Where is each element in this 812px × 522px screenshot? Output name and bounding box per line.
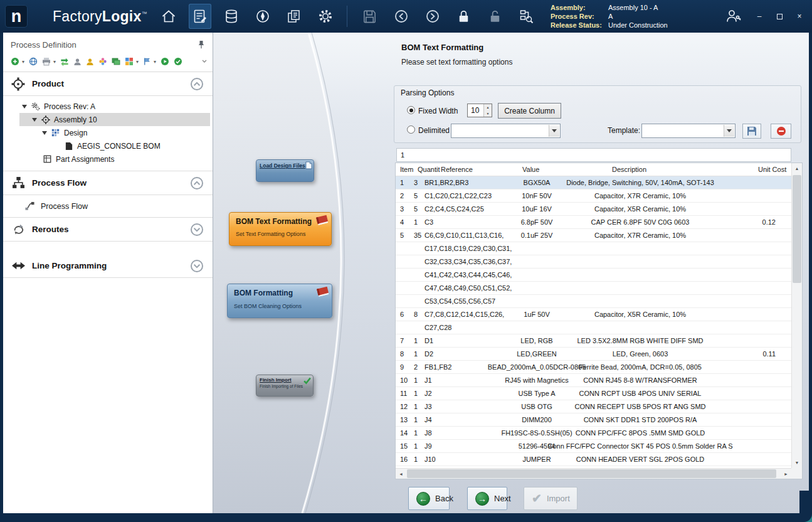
table-row[interactable]: C53,C54,C55,C56,C57 bbox=[396, 295, 791, 308]
col-header-unit-cost[interactable]: Unit Cost bbox=[758, 166, 786, 173]
table-row[interactable]: C47,C48,C49,C50,C51,C52, bbox=[396, 282, 791, 295]
tree-item-design[interactable]: Design bbox=[3, 126, 213, 139]
print-caret-icon[interactable]: ▾ bbox=[53, 59, 56, 65]
step-bom-text-formatting[interactable]: BOM Text Formatting Set Text Formatting … bbox=[229, 212, 332, 246]
tree-item-part-assignments[interactable]: Part Assignments bbox=[3, 152, 213, 166]
fixed-width-radio[interactable] bbox=[407, 106, 415, 114]
horizontal-scroll-thumb[interactable] bbox=[407, 469, 776, 478]
delimiter-select[interactable] bbox=[451, 124, 561, 138]
sync-icon[interactable] bbox=[60, 56, 69, 67]
toolbar-overflow-icon[interactable] bbox=[201, 56, 208, 67]
table-row[interactable]: C17,C18,C19,C29,C30,C31, bbox=[396, 242, 791, 255]
scroll-down-icon[interactable]: ▼ bbox=[792, 457, 802, 468]
save-template-button[interactable] bbox=[742, 124, 761, 139]
back-nav-icon[interactable] bbox=[390, 4, 413, 29]
table-row[interactable]: C32,C33,C34,C35,C36,C37, bbox=[396, 255, 791, 269]
dropdown-arrow-icon[interactable] bbox=[549, 125, 559, 137]
table-row[interactable]: 14 1 J8 FH19SC-8S-0.5SH(05) CONN FPC/FFC… bbox=[396, 427, 791, 440]
materials-icon[interactable] bbox=[220, 4, 243, 29]
reports-icon[interactable] bbox=[283, 4, 305, 29]
table-row[interactable]: 3 5 C2,C4,C5,C24,C25 10uF 16V Capacitor,… bbox=[396, 203, 791, 216]
globe-icon[interactable] bbox=[29, 56, 38, 67]
navigate-icon[interactable] bbox=[251, 4, 274, 29]
logout-user-icon[interactable] bbox=[722, 4, 744, 29]
table-row[interactable]: 7 1 D1 LED, RGB LED 3.5X2.8MM RGB WHITE … bbox=[396, 334, 791, 348]
table-row[interactable]: 13 1 J4 DIMM200 CONN SKT DDR1 STD 200POS… bbox=[396, 413, 791, 427]
expand-down-icon[interactable] bbox=[190, 259, 204, 273]
col-header-item[interactable]: Item bbox=[400, 166, 413, 173]
table-row[interactable]: 4 1 C3 6.8pF 50V CAP CER 6.8PF 50V C0G 0… bbox=[396, 216, 791, 229]
flower-icon[interactable] bbox=[98, 56, 107, 67]
ok-circle-icon[interactable] bbox=[174, 56, 182, 67]
fixed-width-stepper[interactable]: 10 ▲ ▼ bbox=[467, 104, 492, 117]
table-row[interactable]: 11 1 J2 USB Type A CONN RCPT USB 4POS UN… bbox=[396, 387, 791, 400]
section-line-programming[interactable]: Line Programming bbox=[3, 254, 213, 278]
layers-caret-icon[interactable]: ▾ bbox=[136, 59, 139, 65]
table-row[interactable]: 8 1 D2 LED,GREEN LED, Green, 0603 0.11 bbox=[396, 348, 791, 361]
col-header-description[interactable]: Description bbox=[612, 166, 646, 173]
layers-color-icon[interactable] bbox=[125, 56, 134, 67]
expander-icon[interactable] bbox=[32, 118, 37, 122]
template-select[interactable] bbox=[641, 124, 736, 138]
table-row[interactable]: 5 35 C6,C9,C10,C11,C13,C16, 0.1uF 25V Ca… bbox=[396, 229, 791, 242]
flag-icon[interactable] bbox=[143, 56, 151, 67]
table-row[interactable]: 1 3 BR1,BR2,BR3 BGX50A Diode, Bridge, Sw… bbox=[396, 176, 791, 189]
table-row[interactable]: 9 2 FB1,FB2 BEAD_2000mA_0.05DCR-0805 Fer… bbox=[396, 361, 791, 374]
expander-icon[interactable] bbox=[22, 105, 27, 109]
scroll-up-icon[interactable]: ▲ bbox=[792, 163, 802, 174]
process-audit-icon[interactable] bbox=[515, 4, 538, 29]
expander-icon[interactable] bbox=[42, 131, 47, 135]
table-row[interactable]: 6 8 C7,C8,C12,C14,C15,C26, 1uF 50V Capac… bbox=[396, 308, 791, 321]
play-icon[interactable] bbox=[161, 56, 169, 67]
column-ruler[interactable]: 1 bbox=[396, 148, 791, 162]
step-load-design-files[interactable]: Load Design Files bbox=[256, 159, 314, 182]
print-icon[interactable] bbox=[42, 56, 51, 67]
section-reroutes[interactable]: Reroutes bbox=[3, 218, 213, 242]
pin-icon[interactable] bbox=[198, 40, 205, 49]
col-header-quantity[interactable]: Quantit bbox=[418, 166, 440, 173]
table-row[interactable]: 15 1 J9 51296-4594 Conn FFC/FPC Connecto… bbox=[396, 440, 791, 453]
expand-down-icon[interactable] bbox=[190, 223, 204, 237]
scroll-right-icon[interactable]: ► bbox=[781, 469, 791, 479]
tree-item-assembly[interactable]: Assembly 10 bbox=[3, 113, 213, 126]
delimited-radio[interactable] bbox=[407, 125, 415, 134]
unlock-icon[interactable] bbox=[484, 4, 507, 29]
user-yellow-icon[interactable] bbox=[86, 56, 94, 67]
section-product[interactable]: Product bbox=[3, 72, 213, 96]
table-row[interactable]: 2 5 C1,C20,C21,C22,C23 10nF 50V Capacito… bbox=[396, 189, 791, 203]
vertical-scrollbar[interactable]: ▲ ▼ bbox=[791, 163, 802, 468]
table-row[interactable]: C27,C28 bbox=[396, 321, 791, 334]
collapse-up-icon[interactable] bbox=[190, 176, 204, 190]
table-row[interactable]: 16 1 J10 JUMPER CONN HEADER VERT SGL 2PO… bbox=[396, 453, 791, 466]
table-row[interactable]: 10 1 J1 RJ45 with Magnetics CONN RJ45 8-… bbox=[396, 374, 791, 387]
process-definition-icon[interactable] bbox=[189, 4, 211, 29]
flag-caret-icon[interactable]: ▾ bbox=[154, 59, 156, 65]
settings-gear-icon[interactable] bbox=[314, 4, 337, 29]
maximize-button[interactable] bbox=[774, 11, 784, 21]
step-finish-import[interactable]: Finish Import Finish Importing of Files bbox=[256, 375, 314, 397]
scroll-left-icon[interactable]: ◄ bbox=[396, 469, 406, 479]
collapse-up-icon[interactable] bbox=[190, 77, 204, 91]
user-gray-icon[interactable] bbox=[73, 56, 82, 67]
horizontal-scrollbar[interactable]: ◄ ► bbox=[396, 468, 791, 479]
dropdown-arrow-icon[interactable] bbox=[724, 125, 734, 137]
save-icon[interactable] bbox=[359, 4, 381, 29]
create-column-button[interactable]: Create Column bbox=[498, 103, 561, 119]
back-button[interactable]: ← Back bbox=[408, 487, 450, 510]
forward-nav-icon[interactable] bbox=[421, 4, 444, 29]
tree-item-process-rev[interactable]: Process Rev: A bbox=[3, 100, 213, 113]
table-row[interactable]: C41,C42,C43,C44,C45,C46, bbox=[396, 269, 791, 282]
minimize-button[interactable]: – bbox=[754, 11, 764, 21]
table-row[interactable]: 12 1 J3 USB OTG CONN RECEPT USB 5POS RT … bbox=[396, 400, 791, 413]
remove-template-button[interactable] bbox=[771, 124, 791, 139]
add-caret-icon[interactable]: ▾ bbox=[22, 59, 24, 65]
home-icon[interactable] bbox=[157, 4, 180, 29]
copy-folders-icon[interactable] bbox=[112, 56, 120, 67]
vertical-scroll-thumb[interactable] bbox=[793, 175, 801, 283]
col-header-reference[interactable]: Reference bbox=[441, 166, 473, 173]
col-header-value[interactable]: Value bbox=[522, 166, 539, 173]
add-icon[interactable] bbox=[11, 56, 19, 67]
import-button[interactable]: ✔ Import bbox=[524, 487, 577, 510]
spin-down-icon[interactable]: ▼ bbox=[484, 110, 492, 117]
tree-item-bom-file[interactable]: AEGIS_CONSOLE BOM bbox=[3, 139, 213, 152]
